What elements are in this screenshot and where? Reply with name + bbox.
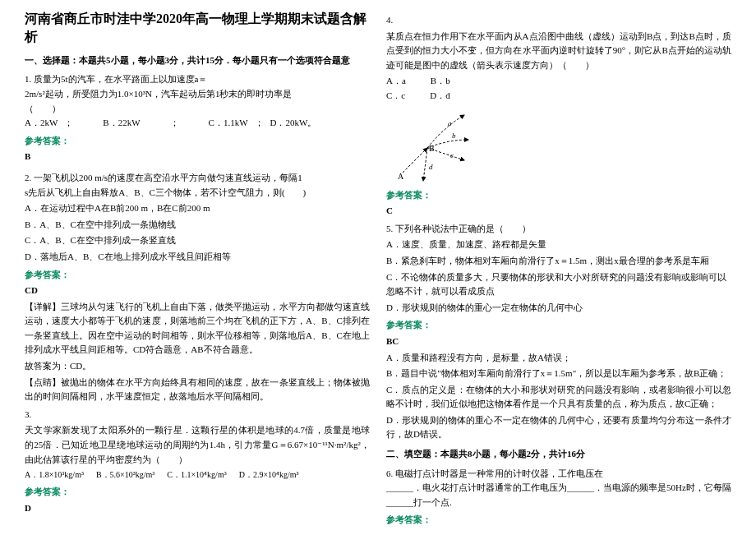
q1-sep: ； — [255, 116, 264, 131]
q4-num: 4. — [386, 13, 731, 28]
q3-optC: C．1.1×10⁴kg/m³ — [167, 468, 226, 482]
label-B: B — [429, 144, 435, 153]
trajectory-diagram: A B a b c d — [386, 107, 477, 185]
q1-optB: B．22kW — [103, 116, 140, 131]
q1-bracket: （ ） — [25, 102, 370, 117]
q5-expC: C．质点的定义是：在物体的大小和形状对研究的问题没有影响，或者影响很小可以忽略不… — [386, 383, 731, 412]
q5-optB: B．紧急刹车时，物体相对车厢向前滑行了x＝1.5m，测出x最合理的参考系是车厢 — [386, 254, 731, 269]
q4-optC: C．c — [386, 89, 405, 104]
right-column: 4. 某质点在恒力作用下在水平面内从A点沿图中曲线（虚线）运动到B点，到达B点时… — [378, 10, 740, 525]
q4-optA: A．a — [386, 74, 406, 89]
label-a: a — [448, 119, 452, 127]
q4-options-ab: A．a B．b — [386, 74, 731, 89]
q1-optC: C．1.1kW — [209, 116, 248, 131]
q4-answer: C — [386, 204, 731, 219]
q4-text: 某质点在恒力作用下在水平面内从A点沿图中曲线（虚线）运动到B点，到达B点时，质点… — [386, 30, 731, 73]
answer-label-3: 参考答案： — [25, 485, 370, 500]
q3-optB: B．5.6×10³kg/m³ — [96, 468, 154, 482]
q3-optD: D．2.9×10⁴kg/m³ — [239, 468, 299, 482]
q1-answer: B — [25, 150, 370, 164]
q2-exp3: 【点睛】被抛出的物体在水平方向始终具有相同的速度，故在一条竖直线上；物体被抛出的… — [25, 376, 370, 404]
q5-expB: B．题目中说"物体相对车厢向前滑行了x＝1.5m"，所以是以车厢为参考系，故B正… — [386, 367, 731, 381]
answer-label: 参考答案： — [25, 134, 370, 149]
answer-label-2: 参考答案： — [25, 268, 370, 283]
q4-optD: D．d — [430, 89, 449, 104]
q1-line2: 2m/s²起动，所受阻力为1.0×10³N，汽车起动后第1秒末的即时功率是 — [25, 87, 370, 102]
question-3: 3. 天文学家新发现了太阳系外的一颗行星．这颗行星的体积是地球的4.7倍，质量是… — [25, 408, 370, 516]
left-column: 河南省商丘市时洼中学2020年高一物理上学期期末试题含解析 一、选择题：本题共5… — [16, 10, 378, 525]
question-6: 6. 电磁打点计时器是一种常用的计时仪器，工作电压在 ______．电火花打点计… — [386, 467, 731, 528]
answer-label-5: 参考答案： — [386, 318, 731, 333]
answer-label-4: 参考答案： — [386, 188, 731, 203]
q2-optA: A．在运动过程中A在B前200 m，B在C前200 m — [25, 201, 370, 216]
q1-options: A．2kW ； B．22kW ； C．1.1kW ； D．20kW。 — [25, 116, 370, 131]
label-c: c — [450, 151, 454, 159]
q5-optA: A．速度、质量、加速度、路程都是矢量 — [386, 238, 731, 252]
q3-options: A．1.8×10³kg/m³ B．5.6×10³kg/m³ C．1.1×10⁴k… — [25, 468, 370, 482]
q5-expD: D．形状规则的物体的重心不一定在物体的几何中心，还要有质量均匀分布这一条件才行，… — [386, 413, 731, 442]
q2-exp1: 【详解】三球均从匀速飞行的飞机上自由下落，做类平抛运动，水平方向都做匀速直线运动… — [25, 300, 370, 357]
q3-answer: D — [25, 501, 370, 516]
q1-optD: D．20kW。 — [270, 116, 317, 131]
q2-optB: B．A、B、C在空中排列成一条抛物线 — [25, 218, 370, 233]
q6-text2: ______．电火花打点计时器通常的工作电压为______．当电源的频率是50H… — [386, 481, 731, 510]
q2-exp2: 故答案为：CD。 — [25, 359, 370, 374]
q3-text: 天文学家新发现了太阳系外的一颗行星．这颗行星的体积是地球的4.7倍，质量是地球的… — [25, 423, 370, 467]
answer-label-6: 参考答案： — [386, 513, 731, 528]
q1-col2: ； — [170, 116, 179, 131]
q2-line2: s先后从飞机上自由释放A、B、C三个物体，若不计空气阻力，则( ) — [25, 186, 370, 201]
q2-answer: CD — [25, 284, 370, 298]
q5-answer: BC — [386, 334, 731, 349]
q4-options-cd: C．c D．d — [386, 89, 731, 104]
question-5: 5. 下列各种说法中正确的是（ ） A．速度、质量、加速度、路程都是矢量 B．紧… — [386, 222, 731, 442]
q2-optD: D．落地后A、B、C在地上排列成水平线且间距相等 — [25, 250, 370, 265]
q2-text: 2. 一架飞机以200 m/s的速度在高空沿水平方向做匀速直线运动，每隔1 — [25, 171, 370, 186]
q5-text: 5. 下列各种说法中正确的是（ ） — [386, 222, 731, 237]
document-title: 河南省商丘市时洼中学2020年高一物理上学期期末试题含解析 — [25, 10, 370, 47]
question-2: 2. 一架飞机以200 m/s的速度在高空沿水平方向做匀速直线运动，每隔1 s先… — [25, 171, 370, 404]
q6-text: 6. 电磁打点计时器是一种常用的计时仪器，工作电压在 — [386, 468, 603, 478]
q5-expA: A．质量和路程没有方向，是标量，故A错误； — [386, 351, 731, 366]
label-A: A — [398, 172, 404, 181]
diagram-svg: A B a b c d — [386, 107, 477, 185]
q5-optC: C．不论物体的质量多大，只要物体的形状和大小对所研究的问题没有影响或影响可以忽略… — [386, 270, 731, 299]
q1-text: 1. 质量为5t的汽车，在水平路面上以加速度a＝ — [25, 72, 370, 87]
section-2-header: 二、填空题：本题共8小题，每小题2分，共计16分 — [386, 447, 731, 462]
q3-num: 3. — [25, 408, 370, 422]
question-4: 4. 某质点在恒力作用下在水平面内从A点沿图中曲线（虚线）运动到B点，到达B点时… — [386, 13, 731, 219]
q2-optC: C．A、B、C在空中排列成一条竖直线 — [25, 233, 370, 248]
label-b: b — [452, 131, 456, 140]
question-1: 1. 质量为5t的汽车，在水平路面上以加速度a＝ 2m/s²起动，所受阻力为1.… — [25, 72, 370, 164]
q4-optB: B．b — [431, 74, 450, 89]
q1-optA: A．2kW — [25, 116, 58, 131]
section-1-header: 一、选择题：本题共5小题，每小题3分，共计15分．每小题只有一个选项符合题意 — [25, 53, 370, 68]
q3-optA: A．1.8×10³kg/m³ — [25, 468, 84, 482]
q1-col1: ； — [64, 116, 73, 131]
q5-optD: D．形状规则的物体的重心一定在物体的几何中心 — [386, 301, 731, 316]
label-d: d — [429, 163, 433, 171]
